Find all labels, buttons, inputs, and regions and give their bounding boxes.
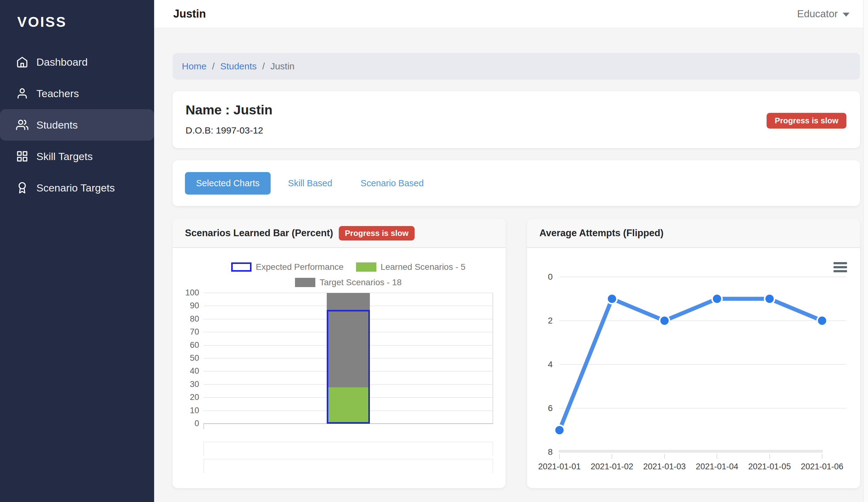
sidebar: VOISS DashboardTeachersStudentsSkill Tar… <box>0 0 154 502</box>
bar-chart-status-badge: Progress is slow <box>339 226 415 240</box>
y-tick-label: 0 <box>534 272 553 282</box>
tab-scenario-based[interactable]: Scenario Based <box>350 172 435 195</box>
student-info-card: Name : Justin D.O.B: 1997-03-12 Progress… <box>173 91 860 148</box>
y-tick-label: 60 <box>177 340 199 350</box>
award-icon <box>16 182 28 194</box>
student-dob: D.O.B: 1997-03-12 <box>186 125 263 136</box>
sidebar-item-teachers[interactable]: Teachers <box>0 78 154 109</box>
y-tick-label: 2 <box>534 316 553 326</box>
y-tick-label: 4 <box>534 360 553 369</box>
data-point[interactable] <box>712 294 722 304</box>
tabs-card: Selected ChartsSkill BasedScenario Based <box>173 160 860 206</box>
legend-swatch <box>356 263 376 272</box>
legend-label: Target Scenarios - 18 <box>320 277 402 287</box>
y-tick-label: 30 <box>177 380 199 389</box>
data-point[interactable] <box>555 425 565 435</box>
breadcrumb-current: Justin <box>270 61 294 72</box>
y-tick-label: 70 <box>177 327 199 337</box>
page-content: Home/Students/Justin Name : Justin D.O.B… <box>154 28 868 502</box>
bar-chart-header: Scenarios Learned Bar (Percent) Progress… <box>173 219 506 248</box>
sidebar-item-scenario-targets[interactable]: Scenario Targets <box>0 172 154 204</box>
y-tick-label: 80 <box>177 314 199 324</box>
x-axis-tick <box>204 424 204 429</box>
sidebar-item-label: Students <box>37 119 78 131</box>
line-chart-header: Average Attempts (Flipped) <box>527 219 860 248</box>
legend-label: Learned Scenarios - 5 <box>381 262 466 272</box>
legend-swatch <box>295 278 315 287</box>
data-point[interactable] <box>765 294 775 304</box>
tab-selected-charts[interactable]: Selected Charts <box>185 172 271 195</box>
legend-item: Target Scenarios - 18 <box>295 277 402 287</box>
data-point[interactable] <box>660 316 670 326</box>
users-icon <box>16 119 28 131</box>
user-icon <box>16 87 28 100</box>
home-icon <box>16 56 28 68</box>
chart-scroll-strip <box>204 442 493 456</box>
y-tick-label: 8 <box>534 447 553 457</box>
page-title: Justin <box>173 7 206 20</box>
bar-chart-title: Scenarios Learned Bar (Percent) <box>185 227 333 239</box>
legend-label: Expected Performance <box>256 262 344 272</box>
y-tick-label: 90 <box>177 301 199 310</box>
bar-chart-card: Scenarios Learned Bar (Percent) Progress… <box>173 219 506 488</box>
grid-icon <box>16 150 28 163</box>
y-tick-label: 20 <box>177 392 199 402</box>
breadcrumb-separator: / <box>262 61 265 72</box>
breadcrumb-link-home[interactable]: Home <box>182 61 207 72</box>
y-tick-label: 0 <box>177 419 199 428</box>
role-label: Educator <box>797 8 838 20</box>
top-bar: Justin Educator <box>154 0 868 28</box>
legend-swatch <box>231 263 251 272</box>
y-tick-label: 6 <box>534 403 553 413</box>
bar-chart-legend-row-1: Expected PerformanceLearned Scenarios - … <box>204 262 493 272</box>
legend-item: Learned Scenarios - 5 <box>356 262 466 272</box>
sidebar-item-label: Dashboard <box>37 56 87 68</box>
line-chart-title: Average Attempts (Flipped) <box>539 227 663 239</box>
sidebar-nav: DashboardTeachersStudentsSkill TargetsSc… <box>0 46 154 204</box>
sidebar-item-skill-targets[interactable]: Skill Targets <box>0 141 154 172</box>
status-badge: Progress is slow <box>767 113 846 129</box>
line-path <box>559 299 822 430</box>
plot-right-border <box>493 293 493 424</box>
line-series <box>559 277 846 464</box>
y-tick-label: 50 <box>177 354 199 363</box>
line-chart-card: Average Attempts (Flipped) 024682021-01-… <box>527 219 860 488</box>
role-dropdown[interactable]: Educator <box>797 8 849 20</box>
breadcrumb: Home/Students/Justin <box>173 53 860 80</box>
sidebar-item-label: Skill Targets <box>37 151 93 163</box>
y-tick-label: 100 <box>177 288 199 298</box>
bar-chart-legend-row-2: Target Scenarios - 18 <box>204 277 493 287</box>
sidebar-item-label: Scenario Targets <box>37 182 115 194</box>
sidebar-item-label: Teachers <box>37 88 79 100</box>
brand-logo: VOISS <box>0 0 154 30</box>
data-point[interactable] <box>607 294 617 304</box>
breadcrumb-link-students[interactable]: Students <box>220 61 257 72</box>
tab-skill-based[interactable]: Skill Based <box>277 172 343 195</box>
y-tick-label: 40 <box>177 366 199 376</box>
student-name: Name : Justin <box>186 102 272 117</box>
chart-menu-icon[interactable] <box>834 262 847 274</box>
legend-item: Expected Performance <box>231 262 344 272</box>
chevron-down-icon <box>843 13 849 17</box>
sidebar-item-dashboard[interactable]: Dashboard <box>0 46 154 78</box>
data-point[interactable] <box>817 316 827 326</box>
breadcrumb-separator: / <box>212 61 215 72</box>
chart-scroll-strip <box>204 459 493 473</box>
tabs: Selected ChartsSkill BasedScenario Based <box>185 172 441 195</box>
sidebar-item-students[interactable]: Students <box>0 109 154 141</box>
bar-plot: 0102030405060708090100 <box>204 293 493 424</box>
line-plot: 024682021-01-012021-01-022021-01-032021-… <box>559 277 846 452</box>
bar-expected-outline[interactable] <box>327 310 370 424</box>
scrollbar-track[interactable] <box>863 0 868 502</box>
y-tick-label: 10 <box>177 406 199 416</box>
